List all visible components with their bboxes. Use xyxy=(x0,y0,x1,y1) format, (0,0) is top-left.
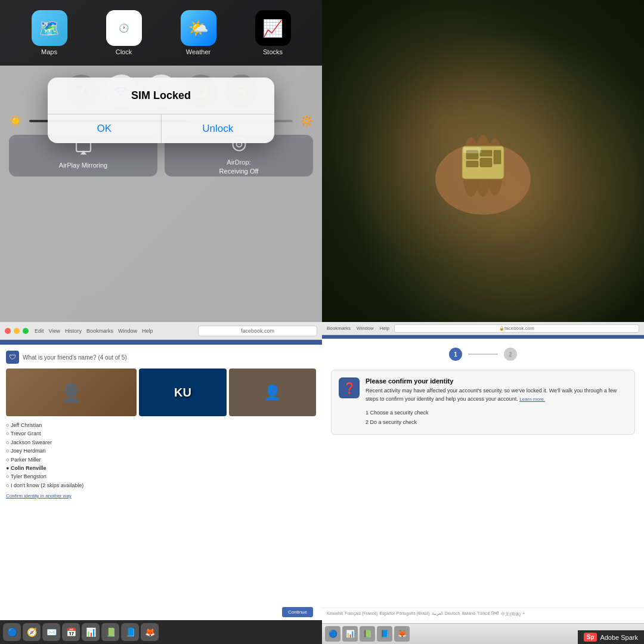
taskbar-finder[interactable]: 🔵 xyxy=(3,623,21,641)
airplay-label: AirPlay Mirroring xyxy=(59,161,107,169)
fc-menu-bookmarks[interactable]: Bookmarks xyxy=(327,326,351,331)
weather-app-icon[interactable]: 🌤️ Weather xyxy=(181,10,216,55)
footer-espanol[interactable]: Español xyxy=(379,611,394,617)
fb-question: 🛡 What is your friend's name? (4 out of … xyxy=(6,351,316,364)
choice-dontknow[interactable]: ○ I don't know (2 skips available) xyxy=(6,481,316,490)
fc-taskbar-icon-2[interactable]: 📊 xyxy=(342,626,358,642)
taskbar-excel[interactable]: 📗 xyxy=(101,623,119,641)
sim-ok-button[interactable]: OK xyxy=(48,114,162,143)
app-icons-row: 🗺️ Maps 🕐 Clock 🌤️ Weather 📈 Stocks xyxy=(0,0,322,66)
ku-text: KU xyxy=(174,386,191,400)
fc-url-text: facebook.com xyxy=(504,326,534,331)
svg-rect-11 xyxy=(466,161,478,167)
sim-dialog-buttons: OK Unlock xyxy=(48,114,274,143)
taskbar-firefox[interactable]: 🦊 xyxy=(141,623,159,641)
fc-content: 1 2 ❓ Please confirm your identity Recen… xyxy=(322,335,644,644)
fc-taskbar-icon-5[interactable]: 🦊 xyxy=(394,626,410,642)
fc-menu-help[interactable]: Help xyxy=(379,326,389,331)
brightness-min-icon: ☀️ xyxy=(9,114,22,128)
sim-unlock-button[interactable]: Unlock xyxy=(162,114,275,143)
fc-card-description: Recent activity may have affected your a… xyxy=(366,387,627,403)
clock-label: Clock xyxy=(116,48,132,55)
fc-menu-bar: Bookmarks Window Help xyxy=(327,326,389,331)
step-line xyxy=(468,354,498,355)
taskbar-powerpoint[interactable]: 📊 xyxy=(82,623,100,641)
choice-colin[interactable]: ● Colin Renville xyxy=(6,464,316,472)
fc-steps: 1 2 xyxy=(331,348,635,361)
choice-tyler[interactable]: ○ Tyler Bengston xyxy=(6,472,316,481)
fb-body: 🛡 What is your friend's name? (4 out of … xyxy=(0,345,322,644)
person-face: 👤 xyxy=(6,369,137,416)
footer-deutsch[interactable]: Deutsch xyxy=(445,611,460,617)
taskbar-calendar[interactable]: 📅 xyxy=(62,623,80,641)
svg-rect-0 xyxy=(76,143,91,151)
clock-icon-img: 🕐 xyxy=(106,10,142,46)
confirm-another-way[interactable]: Confirm identity in another way xyxy=(6,493,316,499)
stocks-app-icon[interactable]: 📈 Stocks xyxy=(255,10,291,55)
taskbar-safari[interactable]: 🧭 xyxy=(23,623,41,641)
footer-turkce[interactable]: Türkce xyxy=(477,611,490,617)
footer-arabic[interactable]: العربية xyxy=(432,611,443,617)
url-bar[interactable]: facebook.com xyxy=(198,326,317,336)
menu-window[interactable]: Window xyxy=(118,328,137,334)
footer-francais[interactable]: Français (France) xyxy=(345,611,377,617)
footer-more[interactable]: + xyxy=(522,611,525,617)
mac-minimize-dot[interactable] xyxy=(14,328,20,334)
fc-footer-links: Kiswahili Français (France) Español Port… xyxy=(322,608,644,620)
svg-rect-12 xyxy=(480,150,492,156)
sp-badge: Sp xyxy=(584,633,597,642)
url-text: facebook.com xyxy=(241,328,274,334)
facebook-confirm-panel: Bookmarks Window Help 🔒 facebook.com 1 2 xyxy=(322,322,644,644)
footer-kiswahili[interactable]: Kiswahili xyxy=(327,611,343,617)
mac-maximize-dot[interactable] xyxy=(23,328,29,334)
menu-bookmarks[interactable]: Bookmarks xyxy=(86,328,113,334)
footer-italiano[interactable]: Italiano xyxy=(462,611,475,617)
maps-label: Maps xyxy=(41,48,57,55)
menu-history[interactable]: History xyxy=(65,328,82,334)
stocks-icon-img: 📈 xyxy=(255,10,291,46)
taskbar-mail[interactable]: ✉️ xyxy=(42,623,60,641)
fc-taskbar-icon-3[interactable]: 📗 xyxy=(360,626,375,642)
fc-url-bar[interactable]: 🔒 facebook.com xyxy=(394,324,639,333)
mac-taskbar: 🔵 🧭 ✉️ 📅 📊 📗 📘 🦊 xyxy=(0,620,322,644)
learn-more-link[interactable]: Learn more. xyxy=(519,397,545,402)
airdrop-label: AirDrop:Receiving Off xyxy=(219,158,259,175)
sim-card-photo xyxy=(322,0,644,322)
footer-hindi[interactable]: हिन्दी xyxy=(491,611,499,617)
svg-rect-14 xyxy=(494,150,501,164)
brightness-max-icon: 🔆 xyxy=(300,114,313,128)
choice-parker[interactable]: ○ Parker Miller xyxy=(6,456,316,464)
step-1: 1 xyxy=(449,348,462,361)
fc-body: 1 2 ❓ Please confirm your identity Recen… xyxy=(322,339,644,444)
menu-edit[interactable]: Edit xyxy=(35,328,44,334)
svg-point-3 xyxy=(239,144,240,145)
choice-joey[interactable]: ○ Joey Herdman xyxy=(6,447,316,455)
sim-locked-title: SIM Locked xyxy=(48,78,274,108)
weather-label: Weather xyxy=(186,48,210,55)
fc-taskbar-icon-4[interactable]: 📘 xyxy=(377,626,392,642)
maps-icon-img: 🗺️ xyxy=(32,10,67,46)
mac-close-dot[interactable] xyxy=(5,328,11,334)
menu-view[interactable]: View xyxy=(49,328,60,334)
fc-checklist-item-2: 2 Do a security check xyxy=(366,417,627,427)
airplay-icon xyxy=(75,141,92,159)
taskbar-word[interactable]: 📘 xyxy=(121,623,139,641)
continue-button[interactable]: Continue xyxy=(282,607,313,617)
choice-trevor[interactable]: ○ Trevor Grant xyxy=(6,429,316,438)
footer-chinese[interactable]: 中文(简体) xyxy=(501,611,521,617)
choice-jackson[interactable]: ○ Jackson Swearer xyxy=(6,438,316,447)
fb-content: 🛡 What is your friend's name? (4 out of … xyxy=(0,340,322,644)
fb-shield-icon: 🛡 xyxy=(6,351,19,364)
svg-rect-15 xyxy=(463,147,481,153)
stocks-label: Stocks xyxy=(263,48,283,55)
fc-menu-window[interactable]: Window xyxy=(357,326,373,331)
fc-checklist: 1 Choose a security check 2 Do a securit… xyxy=(366,408,627,427)
footer-portugues[interactable]: Português (Brasil) xyxy=(397,611,430,617)
clock-app-icon[interactable]: 🕐 Clock xyxy=(106,10,142,55)
fc-taskbar-icon-1[interactable]: 🔵 xyxy=(325,626,340,642)
menu-help[interactable]: Help xyxy=(142,328,153,334)
fc-chrome: Bookmarks Window Help 🔒 facebook.com xyxy=(322,322,644,335)
choice-jeff[interactable]: ○ Jeff Christian xyxy=(6,421,316,429)
maps-app-icon[interactable]: 🗺️ Maps xyxy=(32,10,67,55)
mac-chrome: Edit View History Bookmarks Window Help … xyxy=(0,322,322,340)
